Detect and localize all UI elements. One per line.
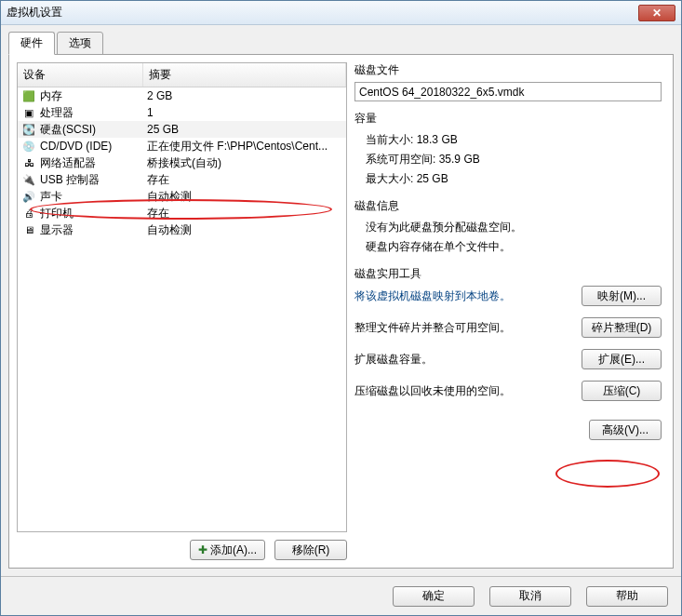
close-button[interactable]: ✕ [638,5,675,21]
compact-button[interactable]: 压缩(C) [582,381,662,401]
device-row-name: CD/DVD (IDE) [40,140,147,153]
disk-info-group: 磁盘信息 没有为此硬盘预分配磁盘空间。 硬盘内容存储在单个文件中。 [354,198,662,257]
device-row-2[interactable]: 💽硬盘(SCSI)25 GB [18,121,346,138]
device-row-icon: 🖨 [21,206,36,221]
device-row-summary: 自动检测 [147,222,342,238]
device-table: 设备 摘要 🟩内存2 GB▣处理器1💽硬盘(SCSI)25 GB💿CD/DVD … [17,62,347,532]
close-icon: ✕ [652,7,662,20]
device-row-icon: ▣ [21,105,36,120]
device-row-summary: 正在使用文件 F:\PHP\Centos\Cent... [147,139,342,154]
util-compact-row: 压缩磁盘以回收未使用的空间。 压缩(C) [354,381,662,401]
device-row-summary: 25 GB [147,123,342,136]
expand-button[interactable]: 扩展(E)... [582,349,662,369]
device-row-name: 打印机 [40,206,147,221]
current-size-row: 当前大小: 18.3 GB [354,130,662,150]
window-title: 虚拟机设置 [7,5,638,20]
device-row-name: 硬盘(SCSI) [40,122,147,138]
free-space-label: 系统可用空间: [366,153,435,166]
util-expand-row: 扩展磁盘容量。 扩展(E)... [354,349,662,369]
add-icon: ✚ [198,543,207,556]
device-row-icon: 💽 [21,122,36,137]
vm-settings-window: 虚拟机设置 ✕ 硬件 选项 设备 摘要 🟩内存2 GB▣处理器1💽硬盘(SCSI… [0,0,682,616]
util-map-desc: 将该虚拟机磁盘映射到本地卷。 [354,288,572,304]
device-row-name: 网络适配器 [40,155,147,171]
advanced-row: 高级(V)... [354,420,662,440]
device-table-body: 🟩内存2 GB▣处理器1💽硬盘(SCSI)25 GB💿CD/DVD (IDE)正… [18,87,346,238]
disk-info-singlefile: 硬盘内容存储在单个文件中。 [354,237,662,257]
left-column: 设备 摘要 🟩内存2 GB▣处理器1💽硬盘(SCSI)25 GB💿CD/DVD … [17,62,347,560]
free-space-value: 35.9 GB [439,153,480,166]
util-compact-desc: 压缩磁盘以回收未使用的空间。 [354,383,572,399]
max-size-value: 25 GB [417,172,448,185]
util-expand-desc: 扩展磁盘容量。 [354,352,572,368]
device-row-5[interactable]: 🔌USB 控制器存在 [18,171,346,188]
capacity-label: 容量 [354,111,662,127]
titlebar: 虚拟机设置 ✕ [1,1,681,25]
device-row-summary: 桥接模式(自动) [147,155,342,171]
add-device-button[interactable]: ✚ 添加(A)... [190,540,265,560]
current-size-value: 18.3 GB [417,133,458,146]
device-buttons: ✚ 添加(A)... 移除(R) [17,540,347,560]
disk-file-group: 磁盘文件 [354,62,662,101]
disk-info-noprealloc: 没有为此硬盘预分配磁盘空间。 [354,218,662,237]
current-size-label: 当前大小: [366,133,413,146]
device-table-header: 设备 摘要 [18,63,346,87]
disk-file-label: 磁盘文件 [354,62,662,78]
device-row-summary: 存在 [147,206,342,221]
device-row-summary: 存在 [147,172,342,188]
capacity-group: 容量 当前大小: 18.3 GB 系统可用空间: 35.9 GB 最大大小: 2… [354,111,662,189]
device-row-7[interactable]: 🖨打印机存在 [18,205,346,221]
dialog-footer: 确定 取消 帮助 [1,576,681,615]
util-map-row: 将该虚拟机磁盘映射到本地卷。 映射(M)... [354,286,662,306]
device-row-icon: 🟩 [21,88,36,103]
device-row-summary: 自动检测 [147,189,342,205]
tab-bar: 硬件 选项 [8,31,674,54]
disk-file-input[interactable] [354,82,662,101]
disk-info-label: 磁盘信息 [354,198,662,214]
device-row-name: 声卡 [40,189,147,205]
device-row-icon: 🖥 [21,222,36,237]
hardware-panel: 设备 摘要 🟩内存2 GB▣处理器1💽硬盘(SCSI)25 GB💿CD/DVD … [8,54,674,569]
help-button[interactable]: 帮助 [586,586,668,607]
max-size-label: 最大大小: [366,172,413,185]
col-device[interactable]: 设备 [18,63,143,87]
device-row-4[interactable]: 🖧网络适配器桥接模式(自动) [18,154,346,171]
device-row-icon: 🔊 [21,189,36,204]
util-defrag-row: 整理文件碎片并整合可用空间。 碎片整理(D) [354,317,662,338]
device-row-6[interactable]: 🔊声卡自动检测 [18,188,346,205]
device-row-icon: 🔌 [21,172,36,187]
util-defrag-desc: 整理文件碎片并整合可用空间。 [354,320,572,336]
tab-options[interactable]: 选项 [57,32,103,55]
device-row-icon: 🖧 [21,155,36,170]
remove-device-button[interactable]: 移除(R) [274,540,347,560]
device-row-summary: 1 [147,106,342,119]
device-row-name: 处理器 [40,105,147,121]
device-row-name: 内存 [40,88,147,104]
utilities-group: 磁盘实用工具 将该虚拟机磁盘映射到本地卷。 映射(M)... 整理文件碎片并整合… [354,266,662,440]
device-row-8[interactable]: 🖥显示器自动检测 [18,221,346,238]
advanced-button[interactable]: 高级(V)... [589,420,662,440]
free-space-row: 系统可用空间: 35.9 GB [354,150,662,169]
device-row-name: 显示器 [40,222,147,238]
map-button[interactable]: 映射(M)... [582,286,662,306]
device-row-1[interactable]: ▣处理器1 [18,104,346,121]
device-row-icon: 💿 [21,139,36,154]
device-row-0[interactable]: 🟩内存2 GB [18,87,346,104]
cancel-button[interactable]: 取消 [489,586,571,607]
right-column: 磁盘文件 容量 当前大小: 18.3 GB 系统可用空间: 35.9 GB 最大… [354,62,665,560]
tab-hardware[interactable]: 硬件 [8,32,55,55]
add-label: 添加(A)... [210,542,257,558]
device-row-summary: 2 GB [147,89,342,102]
utilities-label: 磁盘实用工具 [354,266,662,282]
max-size-row: 最大大小: 25 GB [354,169,662,189]
device-row-name: USB 控制器 [40,172,147,188]
ok-button[interactable]: 确定 [393,586,475,607]
device-row-3[interactable]: 💿CD/DVD (IDE)正在使用文件 F:\PHP\Centos\Cent..… [18,138,346,154]
defrag-button[interactable]: 碎片整理(D) [582,317,662,338]
dialog-body: 硬件 选项 设备 摘要 🟩内存2 GB▣处理器1💽硬盘(SCSI)25 GB💿C… [1,25,681,576]
col-summary[interactable]: 摘要 [143,63,346,87]
